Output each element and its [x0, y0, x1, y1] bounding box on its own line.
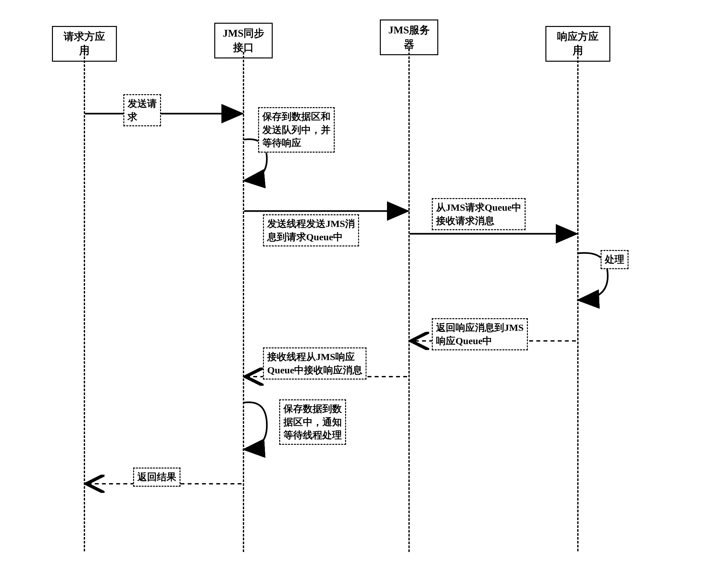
- lifeline-jms-server: [408, 49, 410, 552]
- lifeline-responder: [577, 45, 578, 551]
- msg-save-notify: 保存数据到数 据区中，通知 等待线程处理: [279, 399, 346, 445]
- msg-save-and-wait: 保存到数据区和 发送队列中，并 等待响应: [258, 107, 335, 152]
- msg-process-text: 处理: [605, 254, 624, 265]
- msg-save-and-wait-text: 保存到数据区和 发送队列中，并 等待响应: [262, 111, 331, 148]
- participant-jms-sync-label: JMS同步 接口: [223, 27, 264, 53]
- msg-return-resp-text: 返回响应消息到JMS 响应Queue中: [436, 322, 524, 346]
- msg-recv-queue: 从JMS请求Queue中 接收请求消息: [432, 198, 526, 230]
- msg-return-result: 返回结果: [133, 468, 181, 487]
- arrows-layer: [13, 13, 695, 565]
- participant-jms-server-label: JMS服务 器: [388, 24, 430, 50]
- msg-send-request: 发送请 求: [123, 94, 161, 126]
- msg-recv-thread: 接收线程从JMS响应 Queue中接收响应消息: [263, 347, 366, 380]
- msg-send-thread-text: 发送线程发送JMS消 息到请求Queue中: [267, 218, 355, 242]
- msg-process: 处理: [600, 250, 629, 269]
- lifeline-requester: [84, 45, 85, 551]
- sequence-diagram: 请求方应用 JMS同步 接口 JMS服务 器 响应方应用: [13, 13, 695, 565]
- msg-recv-queue-text: 从JMS请求Queue中 接收请求消息: [436, 202, 521, 226]
- msg-return-resp: 返回响应消息到JMS 响应Queue中: [432, 318, 528, 350]
- lifeline-jms-sync: [243, 52, 244, 552]
- msg-send-request-text: 发送请 求: [127, 98, 157, 122]
- msg-recv-thread-text: 接收线程从JMS响应 Queue中接收响应消息: [267, 351, 362, 375]
- msg-return-result-text: 返回结果: [137, 471, 176, 482]
- msg-send-thread: 发送线程发送JMS消 息到请求Queue中: [263, 214, 359, 246]
- msg-save-notify-text: 保存数据到数 据区中，通知 等待线程处理: [283, 403, 342, 440]
